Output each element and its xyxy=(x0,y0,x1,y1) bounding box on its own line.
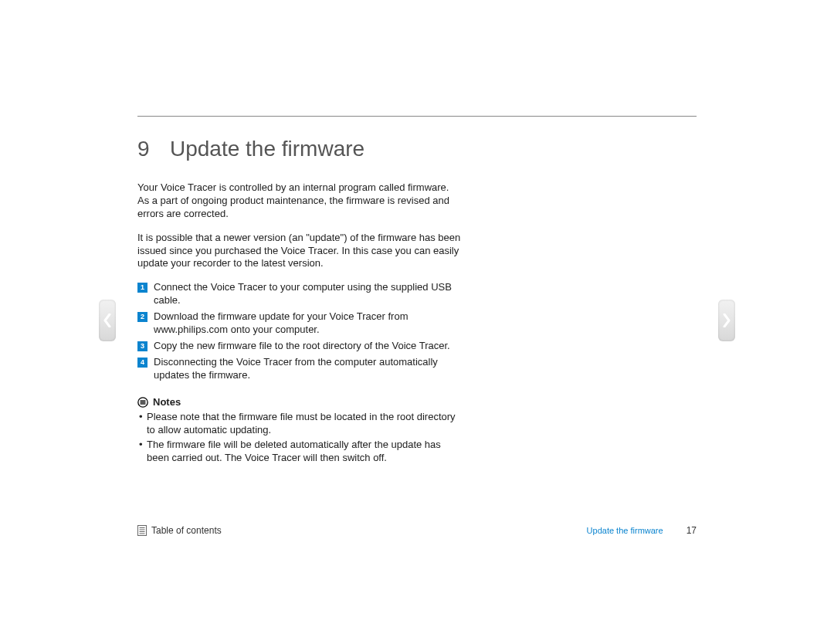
notes-label: Notes xyxy=(153,396,181,409)
page-content: 9 Update the firmware Your Voice Tracer … xyxy=(137,116,697,466)
section-link[interactable]: Update the firmware xyxy=(587,526,663,535)
toc-icon xyxy=(137,525,147,536)
toc-label: Table of contents xyxy=(151,525,222,536)
step-item: 3 Copy the new firmware file to the root… xyxy=(137,340,462,353)
note-item: The firmware file will be deleted automa… xyxy=(147,439,462,465)
step-number-icon: 3 xyxy=(137,341,147,351)
step-number-icon: 1 xyxy=(137,283,147,293)
step-item: 2 Download the firmware update for your … xyxy=(137,310,462,337)
chapter-heading: 9 Update the firmware xyxy=(137,137,697,161)
step-item: 1 Connect the Voice Tracer to your compu… xyxy=(137,281,462,307)
notes-heading: Notes xyxy=(137,396,462,409)
note-item: Please note that the firmware file must … xyxy=(147,411,462,437)
chevron-right-icon xyxy=(723,314,731,327)
step-text: Download the firmware update for your Vo… xyxy=(154,310,462,337)
step-text: Copy the new firmware file to the root d… xyxy=(154,340,462,353)
step-text: Disconnecting the Voice Tracer from the … xyxy=(154,356,462,382)
chapter-number: 9 xyxy=(137,137,170,161)
body-column: Your Voice Tracer is controlled by an in… xyxy=(137,181,462,465)
step-text: Connect the Voice Tracer to your compute… xyxy=(154,281,462,307)
paragraph: Your Voice Tracer is controlled by an in… xyxy=(137,181,462,221)
step-number-icon: 4 xyxy=(137,358,147,368)
page-number: 17 xyxy=(687,525,697,536)
step-item: 4 Disconnecting the Voice Tracer from th… xyxy=(137,356,462,382)
page-footer: Table of contents Update the firmware 17 xyxy=(137,525,697,536)
next-page-button[interactable] xyxy=(718,300,735,341)
toc-link[interactable]: Table of contents xyxy=(137,525,222,536)
note-icon xyxy=(137,397,148,408)
horizontal-rule xyxy=(137,116,697,117)
paragraph: It is possible that a newer version (an … xyxy=(137,232,462,271)
step-number-icon: 2 xyxy=(137,312,147,322)
svg-rect-4 xyxy=(138,526,147,536)
notes-list: Please note that the firmware file must … xyxy=(137,411,462,465)
prev-page-button[interactable] xyxy=(99,300,116,341)
steps-list: 1 Connect the Voice Tracer to your compu… xyxy=(137,281,462,381)
chapter-title: Update the firmware xyxy=(170,137,364,161)
chevron-left-icon xyxy=(103,314,111,327)
